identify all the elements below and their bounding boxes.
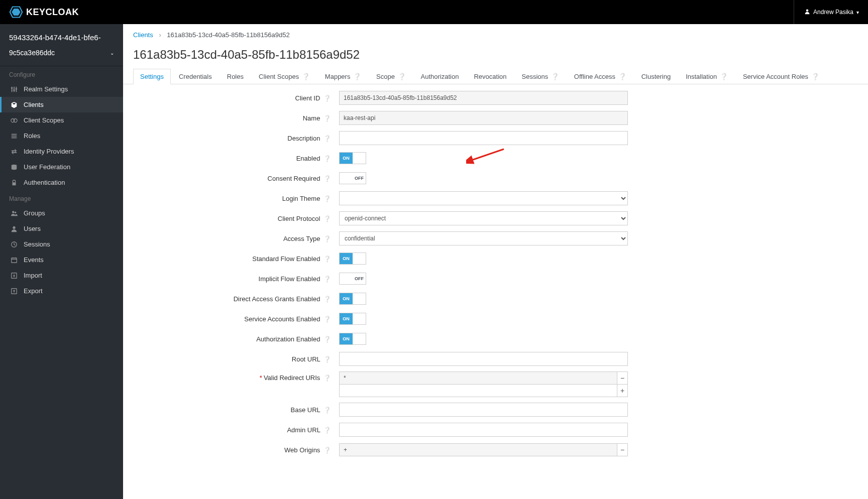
web-origins-input[interactable] [339,443,617,456]
chevron-down-icon: ⌄ [110,50,114,56]
row-authorization-enabled: Authorization Enabled ❔ ONOFF [133,331,858,346]
sidebar-item-import[interactable]: Import [0,268,123,283]
svg-rect-4 [14,86,15,92]
direct-access-toggle[interactable]: ONOFF [339,293,366,305]
sidebar-item-label: Sessions [24,240,50,248]
tab-roles[interactable]: Roles [220,69,251,84]
root-url-input[interactable] [339,352,628,366]
sidebar-item-sessions[interactable]: Sessions [0,236,123,252]
add-redirect-button[interactable]: + [617,384,628,397]
tab-client-scopes[interactable]: Client Scopes ❔ [252,69,317,84]
svg-point-18 [13,226,15,228]
row-consent-required: Consent Required ❔ ONOFF [133,171,858,186]
admin-url-input[interactable] [339,423,628,437]
breadcrumb-root[interactable]: Clients [133,31,153,39]
scope-icon [11,117,18,124]
sidebar-item-clients[interactable]: Clients [0,97,123,112]
tab-installation[interactable]: Installation ❔ [679,69,735,84]
tab-credentials[interactable]: Credentials [172,69,219,84]
base-url-input[interactable] [339,403,628,417]
service-accounts-toggle[interactable]: ONOFF [339,313,366,325]
sidebar-item-label: Import [24,272,42,279]
tab-authorization[interactable]: Authorization [414,69,466,84]
redirect-uri-new-input[interactable] [339,384,617,397]
help-icon: ❔ [302,73,310,80]
row-login-theme: Login Theme ❔ [133,191,858,206]
sidebar: 59433264-b474-4de1-bfe6- 9c5ca3e86ddc ⌄ … [0,24,123,499]
logo[interactable]: KEYCLOAK [9,5,79,19]
sidebar-item-export[interactable]: Export [0,283,123,299]
remove-redirect-button[interactable]: − [617,371,628,385]
sidebar-item-realm-settings[interactable]: Realm Settings [0,81,123,97]
web-origins-row: − [339,443,628,456]
page-title: 161a83b5-13cd-40a5-85fb-11b8156a9d52 [123,44,868,69]
help-icon: ❔ [323,215,331,222]
enabled-toggle[interactable]: ONOFF [339,152,366,164]
form: Client ID ❔ Name ❔ Description ❔ Enabled… [123,84,868,477]
row-implicit-flow: Implicit Flow Enabled ❔ ONOFF [133,271,858,286]
help-icon: ❔ [323,175,331,182]
row-base-url: Base URL ❔ [133,402,858,417]
section-configure: Configure [0,66,123,81]
row-root-url: Root URL ❔ [133,351,858,366]
chevron-down-icon: ▾ [856,10,859,15]
help-icon: ❔ [398,73,406,80]
sidebar-item-groups[interactable]: Groups [0,205,123,221]
login-theme-select[interactable] [339,191,628,205]
sidebar-item-label: Client Scopes [24,116,64,124]
calendar-icon [11,257,18,264]
realm-block: 59433264-b474-4de1-bfe6- 9c5ca3e86ddc ⌄ [0,24,123,66]
sidebar-item-client-scopes[interactable]: Client Scopes [0,112,123,128]
sidebar-item-label: Roles [24,132,40,140]
help-icon: ❔ [323,256,331,263]
redirect-uri-input[interactable] [339,371,617,385]
svg-marker-1 [12,9,21,16]
name-input[interactable] [339,111,628,125]
tab-mappers[interactable]: Mappers ❔ [318,69,368,84]
sidebar-item-authentication[interactable]: Authentication [0,175,123,190]
svg-rect-13 [12,137,17,138]
sidebar-item-user-federation[interactable]: User Federation [0,159,123,175]
standard-flow-toggle[interactable]: ONOFF [339,253,366,265]
help-icon: ❔ [618,73,626,80]
sidebar-item-label: Users [24,225,41,232]
tab-service-account-roles[interactable]: Service Account Roles ❔ [736,69,826,84]
list-icon [11,133,18,140]
svg-rect-7 [13,89,15,90]
help-icon: ❔ [323,447,331,454]
realm-selector[interactable]: 9c5ca3e86ddc ⌄ [9,49,114,57]
row-direct-access: Direct Access Grants Enabled ❔ ONOFF [133,291,858,306]
tab-offline-access[interactable]: Offline Access ❔ [567,69,633,84]
client-id-input[interactable] [339,91,628,105]
help-icon: ❔ [323,316,331,323]
svg-rect-3 [12,86,13,92]
sidebar-item-identity-providers[interactable]: Identity Providers [0,144,123,159]
tab-revocation[interactable]: Revocation [467,69,513,84]
exchange-icon [11,148,18,155]
tab-clustering[interactable]: Clustering [634,69,678,84]
sidebar-item-events[interactable]: Events [0,252,123,268]
access-type-select[interactable]: confidential [339,231,628,245]
row-description: Description ❔ [133,131,858,146]
description-input[interactable] [339,131,628,145]
remove-web-origin-button[interactable]: − [617,443,628,456]
user-menu[interactable]: Andrew Pasika ▾ [794,0,859,24]
tab-scope[interactable]: Scope ❔ [369,69,413,84]
svg-point-16 [12,211,14,213]
export-icon [11,288,18,295]
implicit-flow-toggle[interactable]: ONOFF [339,273,366,285]
tab-sessions[interactable]: Sessions ❔ [514,69,566,84]
help-icon: ❔ [323,95,331,102]
breadcrumb-separator: › [159,31,161,39]
sidebar-item-label: User Federation [24,163,70,171]
sidebar-item-roles[interactable]: Roles [0,128,123,144]
sidebar-item-users[interactable]: Users [0,221,123,236]
user-name: Andrew Pasika [813,9,853,16]
tab-settings[interactable]: Settings [133,69,171,84]
consent-required-toggle[interactable]: ONOFF [339,172,366,184]
row-valid-redirect: *Valid Redirect URIs ❔ − + [133,371,858,397]
authorization-toggle[interactable]: ONOFF [339,333,366,345]
client-protocol-select[interactable]: openid-connect [339,211,628,225]
help-icon: ❔ [323,195,331,202]
help-icon: ❔ [323,276,331,283]
